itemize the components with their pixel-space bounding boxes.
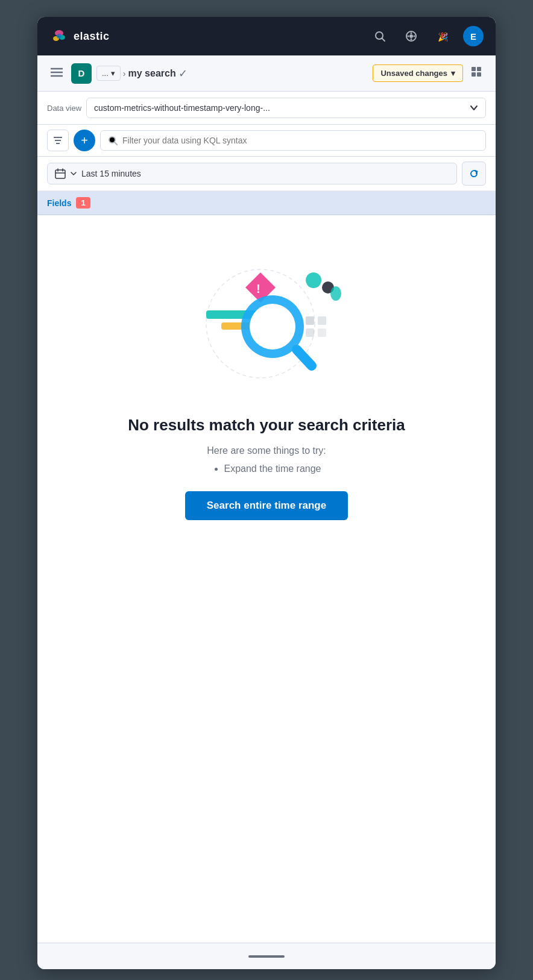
notifications-icon: 🎉 — [437, 30, 449, 42]
search-entire-time-range-button[interactable]: Search entire time range — [185, 491, 348, 520]
phone-frame: elastic 🎉 E — [37, 17, 496, 969]
svg-line-37 — [297, 350, 312, 366]
filter-icon — [53, 136, 63, 145]
svg-rect-39 — [318, 316, 326, 325]
data-view-label: Data view — [47, 104, 81, 113]
svg-rect-41 — [318, 328, 326, 337]
user-avatar[interactable]: E — [463, 26, 484, 46]
hamburger-icon — [51, 68, 63, 77]
breadcrumb-separator: › — [123, 69, 126, 78]
time-picker[interactable]: Last 15 minutes — [47, 163, 457, 184]
main-content: ! No results match your search criteria … — [37, 215, 496, 943]
svg-point-10 — [414, 36, 415, 37]
svg-point-9 — [411, 33, 412, 34]
time-range-value: Last 15 minutes — [81, 169, 141, 178]
chevron-down-icon: ▾ — [111, 69, 115, 78]
data-view-name: custom-metrics-without-timestamp-very-lo… — [94, 103, 270, 113]
svg-rect-18 — [477, 67, 481, 71]
fields-panel[interactable]: Fields 1 — [37, 191, 496, 215]
fields-label: Fields — [47, 198, 71, 208]
breadcrumb-current-page: my search — [128, 68, 176, 79]
suggestions-list: Expand the time range — [212, 463, 321, 474]
kql-filter-input[interactable] — [122, 136, 478, 145]
no-results-title: No results match your search criteria — [128, 415, 405, 436]
svg-point-8 — [409, 34, 413, 38]
suggestion-item: Expand the time range — [224, 463, 321, 474]
svg-rect-19 — [472, 72, 476, 77]
bottom-bar — [37, 943, 496, 969]
filter-options-button[interactable] — [47, 130, 69, 151]
svg-point-42 — [306, 272, 321, 288]
chevron-down-icon — [470, 104, 478, 112]
svg-point-4 — [57, 34, 62, 39]
time-chevron-icon — [71, 171, 77, 177]
time-row: Last 15 minutes — [37, 157, 496, 191]
refresh-button[interactable] — [462, 162, 486, 186]
calendar-icon — [55, 168, 66, 179]
notifications-button[interactable]: 🎉 — [432, 25, 453, 47]
elastic-logo-icon — [49, 27, 69, 46]
svg-rect-40 — [306, 328, 314, 337]
svg-text:🎉: 🎉 — [438, 32, 449, 42]
home-indicator — [248, 955, 285, 958]
dashboard-icon-button[interactable]: D — [71, 63, 92, 84]
help-icon — [405, 30, 417, 42]
elastic-logo: elastic — [49, 27, 110, 46]
kql-search-wrap[interactable] — [100, 130, 486, 151]
svg-rect-17 — [472, 67, 476, 71]
grid-icon — [472, 67, 482, 78]
svg-rect-38 — [306, 316, 314, 325]
data-view-selector[interactable]: custom-metrics-without-timestamp-very-lo… — [86, 98, 486, 118]
fields-count-badge: 1 — [76, 197, 90, 209]
data-view-row: Data view custom-metrics-without-timesta… — [37, 92, 496, 125]
svg-point-44 — [330, 286, 341, 301]
filter-row: + — [37, 125, 496, 157]
svg-text:!: ! — [256, 282, 260, 295]
breadcrumb-confirm-button[interactable]: ✓ — [178, 67, 188, 80]
grid-menu-button[interactable] — [468, 63, 486, 83]
menu-button[interactable] — [47, 64, 66, 83]
kql-search-icon — [108, 136, 118, 145]
no-results-subtitle: Here are some things to try: — [207, 445, 326, 456]
toolbar: D ... ▾ › my search ✓ Unsaved changes ▾ — [37, 55, 496, 92]
help-button[interactable] — [400, 25, 422, 47]
breadcrumb-ellipsis-button[interactable]: ... ▾ — [96, 66, 121, 81]
svg-point-36 — [250, 304, 295, 350]
svg-rect-26 — [55, 170, 65, 178]
unsaved-label: Unsaved changes — [380, 69, 447, 78]
breadcrumb: ... ▾ › my search ✓ — [96, 66, 188, 81]
svg-rect-20 — [477, 72, 481, 77]
svg-line-6 — [382, 39, 385, 42]
refresh-icon — [468, 168, 479, 179]
svg-point-11 — [411, 39, 412, 40]
svg-line-25 — [115, 142, 117, 145]
top-nav: elastic 🎉 E — [37, 17, 496, 55]
search-button[interactable] — [369, 25, 391, 47]
search-icon — [374, 30, 386, 42]
elastic-brand-name: elastic — [74, 30, 110, 43]
unsaved-chevron-icon: ▾ — [451, 69, 455, 78]
no-results-illustration: ! — [182, 239, 351, 396]
add-filter-button[interactable]: + — [74, 130, 95, 151]
unsaved-changes-button[interactable]: Unsaved changes ▾ — [373, 64, 463, 82]
svg-point-12 — [408, 36, 409, 37]
